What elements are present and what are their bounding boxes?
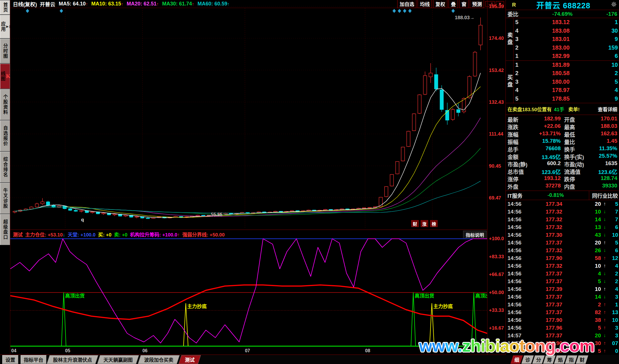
ma-line-30 (15, 148, 481, 215)
sector-row: IT服务 -0.81% 同行业比较 (506, 191, 619, 200)
tick-time: 14:57 (506, 332, 528, 339)
tick-price: 177.37 (528, 240, 580, 246)
buy-row[interactable]: 1181.8910 (514, 61, 619, 69)
sidebar-item-综合排名[interactable]: 综合排名 (0, 152, 10, 183)
view-detail-link[interactable]: 查看详细 (598, 105, 617, 113)
book-volume: 10 (598, 62, 619, 68)
stat-value: 1.45 (575, 138, 619, 146)
indicator-help-button[interactable]: 指标说明 (463, 231, 487, 238)
sell-row[interactable]: 2183.00159 (514, 44, 619, 52)
sidebar-item-首页[interactable]: 首页 (0, 0, 10, 15)
chart-button-财[interactable]: 财 (411, 220, 419, 227)
ma-line-20 (15, 118, 481, 216)
stats-row: 涨跌+22.06最高188.03 (506, 123, 619, 130)
sidebar-item-超级盘口[interactable]: 超级盘口 (0, 214, 10, 245)
down-arrow-icon: ↓ (601, 279, 608, 284)
buy-row[interactable]: 5178.859 (514, 95, 619, 103)
stat-label: 金额 (506, 153, 518, 161)
indicator-chart[interactable]: 高顶出货主力抄底高顶出货主力抄底高顶出货 (10, 238, 487, 348)
tick-count: 12 (608, 255, 619, 261)
buy-row[interactable]: 2180.582 (514, 69, 619, 78)
chart-button-涨[interactable]: 涨 (421, 220, 428, 227)
bottom-tab-天天躺赢副图[interactable]: 天天躺赢副图 (97, 355, 139, 364)
stat-value: 128.74 (575, 175, 619, 183)
up-arrow-icon: ↑ (601, 263, 608, 269)
indicator-legend-item: 强弱分界线: +50.00 (182, 231, 225, 238)
tick-count: 6 (608, 224, 619, 230)
sell-book: 卖盘 5183.1214183.08303183.0192183.0015911… (506, 18, 619, 60)
sell-row[interactable]: 1182.996 (514, 52, 619, 60)
stat-cell: 涨停193.12 (506, 175, 563, 183)
sector-compare-link[interactable]: 同行业比较 (589, 191, 618, 200)
stat-label: 市盈(动) (563, 160, 584, 168)
tick-time: 14:56 (506, 201, 528, 207)
sidebar-item-个股资料[interactable]: 个股资料 (0, 89, 10, 120)
candlestick-chart[interactable]: 188.03→←55.55q财涨榜 (10, 0, 487, 230)
sidebar-item-分时图[interactable]: 分时图 (0, 39, 10, 63)
bottom-tab-指标平台[interactable]: 指标平台 (21, 355, 46, 364)
stat-label: 涨停 (506, 175, 518, 183)
mini-tab-指[interactable]: 指 (565, 355, 577, 364)
buy-row[interactable]: 4178.974 (514, 86, 619, 95)
mini-tab-细[interactable]: 细 (510, 355, 523, 364)
buy-row[interactable]: 3180.005 (514, 78, 619, 86)
tick-count: 3 (608, 294, 619, 300)
down-arrow-icon: ↓ (601, 232, 608, 238)
ma-line-60 (15, 181, 481, 213)
book-level: 5 (514, 95, 524, 102)
mini-tab-分[interactable]: 分 (532, 355, 544, 364)
bottom-tab-设置[interactable]: 设置 (2, 355, 18, 364)
sidebar-item-K线图[interactable]: K线图 (0, 64, 10, 89)
tick-time: 14:56 (506, 309, 528, 316)
tick-count: 10 (608, 317, 619, 323)
up-arrow-icon: ↑ (601, 310, 608, 315)
tick-list[interactable]: 14:56177.3420↑514:56177.3210↓714:56177.3… (506, 200, 619, 355)
stat-label: 总市值 (506, 168, 524, 175)
signal-diamond-icon (393, 9, 396, 13)
tick-volume: 26 (580, 247, 601, 254)
tick-count: 6 (608, 247, 619, 254)
book-price: 181.89 (524, 62, 598, 68)
mini-tab-诊[interactable]: 诊 (521, 355, 534, 364)
tick-price: 177.37 (528, 294, 580, 300)
book-volume: 4 (598, 87, 619, 93)
tick-row: 14:56177.3782↑13 (506, 308, 619, 316)
tick-count: 2 (608, 278, 619, 285)
stat-cell: 总手76608 (506, 145, 563, 153)
stat-label: 涨跌 (506, 123, 518, 131)
mini-tab-筹[interactable]: 筹 (543, 355, 555, 364)
sell-row[interactable]: 3183.019 (514, 35, 619, 44)
mini-tab-财[interactable]: 财 (576, 355, 588, 364)
date-tick-label: 07 (245, 348, 250, 353)
tick-time: 14:56 (506, 255, 528, 261)
tick-count: 10 (608, 232, 619, 238)
tick-volume: 20 (580, 332, 601, 339)
bottom-tab-波段加仓买卖[interactable]: 波段加仓买卖 (138, 355, 180, 364)
bottom-tab-股林主升浪潜伏点[interactable]: 股林主升浪潜伏点 (47, 355, 98, 364)
sidebar-item-label: 牛叉诊股 (2, 188, 9, 209)
bottom-tab-测试[interactable]: 测试 (179, 355, 201, 364)
mini-tab-焰[interactable]: 焰 (554, 355, 566, 364)
sector-name[interactable]: IT服务 (508, 192, 522, 199)
sidebar-item-自选报价[interactable]: 自选报价 (0, 120, 10, 151)
book-price: 183.12 (524, 19, 598, 26)
sidebar-item-应用[interactable]: ▶|应用 (0, 15, 10, 38)
book-level: 1 (514, 53, 524, 59)
big-order-notice[interactable]: 在卖盘183.50位置有 41手 卖单! 查看详细 (506, 103, 619, 115)
stat-label: 开盘 (563, 116, 575, 123)
book-price: 183.01 (524, 36, 598, 42)
gear-icon[interactable] (611, 1, 617, 8)
sell-row[interactable]: 4183.0830 (514, 27, 619, 35)
stats-row: 总手76608换手11.35% (506, 145, 619, 153)
tick-volume: 58 (580, 255, 601, 261)
stats-row: 总市值123.6亿流通值123.6亿 (506, 168, 619, 175)
sell-row[interactable]: 5183.121 (514, 18, 619, 27)
sidebar-item-label: 应用 (0, 21, 6, 32)
chart-button-榜[interactable]: 榜 (430, 220, 438, 227)
sidebar-item-牛叉诊股[interactable]: 牛叉诊股 (0, 183, 10, 214)
stat-value: 170.01 (575, 116, 619, 123)
tick-price: 177.37 (528, 278, 580, 285)
tick-row: 14:56177.9058↑12 (506, 254, 619, 262)
stats-row: 外盘37278内盘39330 (506, 183, 619, 190)
bottom-tab-label: 测试 (185, 356, 195, 363)
